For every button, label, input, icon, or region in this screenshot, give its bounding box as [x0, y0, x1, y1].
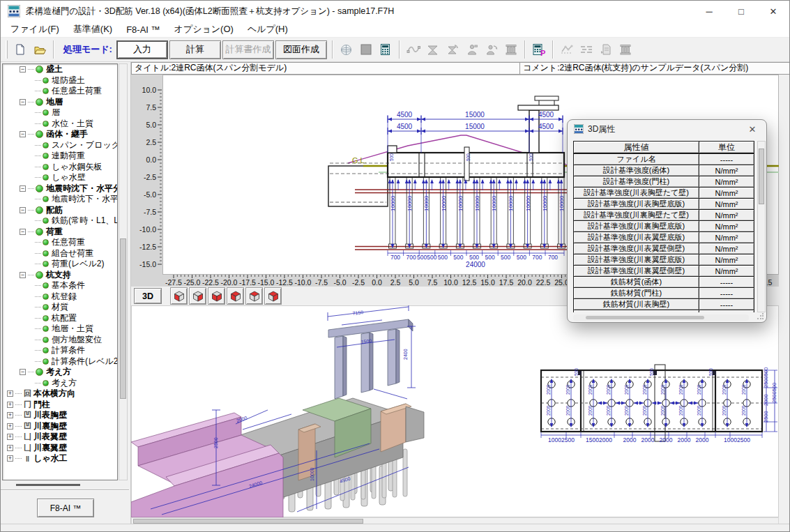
dialog-title-bar[interactable]: 3D属性 ✕ [568, 120, 766, 138]
open-file-button[interactable] [30, 40, 50, 59]
tree-expand-icon[interactable]: + [7, 402, 13, 408]
tree-item[interactable]: 組合せ荷重 [3, 248, 117, 259]
view-cube-top[interactable] [245, 287, 263, 305]
tree-item[interactable]: −盛土 [3, 64, 117, 75]
tree-expand-icon[interactable]: + [7, 434, 13, 440]
tree-expand-icon[interactable]: + [7, 412, 13, 418]
scrollbar-thumb[interactable] [586, 316, 704, 319]
tree-expand-icon[interactable]: − [20, 99, 26, 105]
view-cube-back[interactable] [227, 287, 244, 305]
tree-item[interactable]: −地震時沈下・水平分 [3, 183, 117, 195]
attribute-row[interactable]: 設計基準強度(門柱)N/mm² [573, 176, 754, 188]
section-check-button[interactable] [423, 40, 443, 59]
layer-lines-button[interactable] [577, 40, 596, 59]
attribute-row[interactable]: 設計基準強度(川表胸壁底版)N/mm² [573, 198, 754, 210]
tree-item[interactable]: 考え方 [3, 378, 117, 389]
tree-item[interactable]: −荷重 [3, 227, 117, 238]
tree-item[interactable]: スパン・ブロック [3, 140, 117, 151]
calculator-button[interactable] [376, 40, 395, 59]
tree-expand-icon[interactable]: + [7, 423, 13, 430]
tree-item[interactable]: 層 [3, 107, 117, 119]
view-cube-front[interactable] [170, 287, 188, 305]
report-button[interactable] [596, 40, 616, 59]
attribute-row[interactable]: 鉄筋材質(門柱)----- [573, 287, 754, 299]
3d-toggle-button[interactable]: 3D [134, 288, 162, 304]
tree-expand-icon[interactable]: + [7, 455, 13, 462]
tree-vertical-scrollbar[interactable] [119, 63, 128, 480]
tree-item[interactable]: しゃ水壁 [3, 172, 117, 183]
tree-item[interactable]: 堤防盛土 [3, 75, 117, 86]
new-file-button[interactable] [10, 40, 30, 59]
plan-view-canvas[interactable]: 2000200020002000200020002000200020002000… [524, 305, 779, 517]
view-cube-bottom[interactable] [264, 287, 282, 305]
pile-calculator-button[interactable]: P [529, 40, 549, 59]
tree-item[interactable]: +冂門柱 [3, 400, 117, 411]
attribute-row[interactable]: 設計基準強度(川裏胸壁底版)N/mm² [573, 220, 754, 232]
attribute-row[interactable]: 設計基準強度(川表翼壁側壁)N/mm² [573, 243, 754, 254]
mode-button-図面作成[interactable]: 図面作成 [275, 40, 327, 59]
tree-item[interactable]: 地震時沈下・水平 [3, 194, 117, 205]
tree-item[interactable]: −配筋 [3, 205, 117, 216]
tree-item[interactable]: 杭登録 [3, 291, 117, 303]
3d-view-canvas[interactable]: 7150150024002000250010000240004500 [131, 305, 524, 517]
scrollbar-thumb[interactable] [16, 484, 80, 486]
tree-expand-icon[interactable]: + [7, 390, 13, 397]
mode-button-入力[interactable]: 入力 [116, 40, 168, 59]
tree-item[interactable]: 荷重(レベル2) [3, 259, 117, 270]
tree-item[interactable]: +凵川表翼壁 [3, 432, 117, 443]
tree-item[interactable]: しゃ水鋼矢板 [3, 162, 117, 173]
tree-item[interactable]: −考え方 [3, 367, 117, 378]
solid-view-button[interactable] [356, 40, 376, 59]
tree-item[interactable]: 計算条件(レベル2 [3, 356, 117, 367]
view-cube-right[interactable] [189, 287, 206, 305]
tree-item[interactable]: 杭配置 [3, 313, 117, 324]
attribute-row[interactable]: 設計基準強度(川裏翼壁底版)N/mm² [573, 254, 754, 266]
globe-button[interactable] [337, 40, 356, 59]
section-check-2-button[interactable] [443, 40, 462, 59]
result-chart-button[interactable] [557, 40, 577, 59]
scrollbar-thumb[interactable] [133, 519, 363, 524]
tree-item[interactable]: +回本体横方向 [3, 388, 117, 400]
engineer-update-button[interactable] [482, 40, 501, 59]
tree-item[interactable]: −地層 [3, 97, 117, 108]
tree-item[interactable]: +‖しゃ水工 [3, 453, 117, 464]
mode-button-計算書作成[interactable]: 計算書作成 [222, 40, 274, 59]
attribute-row[interactable]: 設計基準強度(川表胸壁たて壁)N/mm² [573, 187, 754, 199]
tree-item[interactable]: +凵川裏翼壁 [3, 443, 117, 454]
attribute-row[interactable] [573, 310, 754, 312]
tree-item[interactable]: 材質 [3, 302, 117, 313]
tree-item[interactable]: 任意荷重 [3, 237, 117, 248]
tree-expand-icon[interactable]: − [20, 66, 26, 73]
attribute-row[interactable]: ファイル名----- [573, 153, 754, 165]
tree-item[interactable]: 水位・土質 [3, 119, 117, 130]
tree-expand-icon[interactable]: + [7, 445, 13, 451]
f8-ai-button[interactable]: F8-AI ™ [37, 499, 94, 517]
tree-item[interactable]: 側方地盤変位 [3, 335, 117, 346]
menu-item-4[interactable]: ヘルプ(H) [241, 22, 295, 37]
menu-item-0[interactable]: ファイル(F) [3, 22, 66, 37]
attribute-row[interactable]: 設計基準強度(川表翼壁底版)N/mm² [573, 231, 754, 243]
tree-item[interactable]: 計算条件 [3, 345, 117, 356]
menu-item-3[interactable]: オプション(O) [167, 22, 241, 37]
close-button[interactable]: ✕ [757, 1, 789, 22]
displacement-curve-button[interactable] [404, 40, 423, 59]
pillar-design-button[interactable] [501, 40, 521, 59]
tree-item[interactable]: 鉄筋(常時・L1、L2 [3, 215, 117, 227]
tree-expand-icon[interactable]: − [20, 185, 26, 192]
engineer-button[interactable] [462, 40, 482, 59]
dialog-horizontal-scrollbar[interactable] [573, 314, 749, 321]
menu-item-1[interactable]: 基準値(K) [66, 22, 119, 37]
tree-expand-icon[interactable]: − [20, 369, 26, 375]
tree-item[interactable]: 任意盛土荷重 [3, 86, 117, 97]
tree-expand-icon[interactable]: − [20, 207, 26, 213]
tree-item[interactable]: 地層・土質 [3, 324, 117, 335]
attribute-row[interactable]: 鉄筋材質(川表胸壁)----- [573, 298, 754, 310]
tree-expand-icon[interactable]: − [20, 229, 26, 235]
dialog-vertical-scrollbar[interactable] [757, 141, 766, 312]
tree-expand-icon[interactable]: − [20, 272, 26, 278]
tree-item[interactable]: +凹川裏胸壁 [3, 421, 117, 432]
attribute-row[interactable]: 設計基準強度(川裏胸壁たて壁)N/mm² [573, 209, 754, 221]
dialog-resize-grip[interactable] [757, 313, 764, 320]
scrollbar-thumb[interactable] [120, 238, 126, 399]
attribute-row[interactable]: 設計基準強度(函体)N/mm² [573, 165, 754, 176]
